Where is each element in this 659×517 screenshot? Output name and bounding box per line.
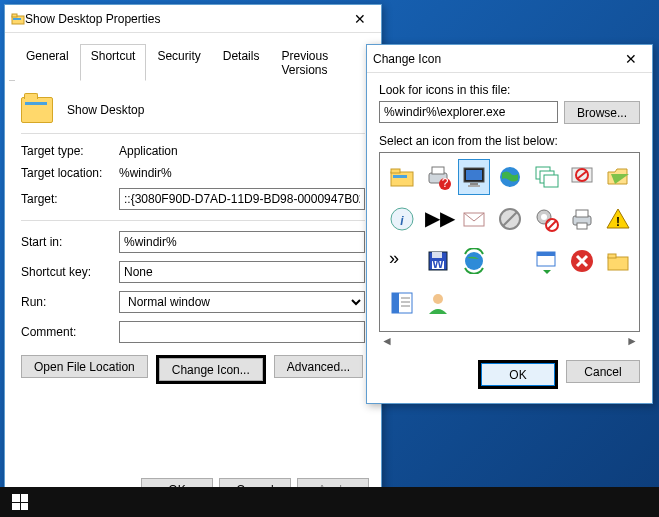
svg-rect-45 <box>392 293 399 313</box>
comment-label: Comment: <box>21 325 119 339</box>
change-icon-title: Change Icon <box>373 52 616 66</box>
svg-rect-3 <box>391 172 413 186</box>
window-app-icon <box>11 12 25 26</box>
folder-icon[interactable] <box>386 159 418 195</box>
shortcut-large-icon <box>21 97 53 123</box>
look-for-label: Look for icons in this file: <box>379 83 640 97</box>
error-icon[interactable] <box>566 243 598 279</box>
properties-body: Show Desktop Target type: Application Ta… <box>5 85 381 396</box>
browse-button[interactable]: Browse... <box>564 101 640 124</box>
svg-rect-7 <box>432 167 444 174</box>
fast-forward-icon[interactable]: ▶▶ <box>422 201 454 237</box>
target-input[interactable] <box>119 188 365 210</box>
change-icon-titlebar[interactable]: Change Icon ✕ <box>367 45 652 73</box>
tab-shortcut[interactable]: Shortcut <box>80 44 147 81</box>
divider <box>21 220 365 221</box>
svg-rect-5 <box>393 175 407 178</box>
svg-rect-13 <box>468 185 480 187</box>
svg-rect-40 <box>537 252 555 256</box>
run-select[interactable]: Normal window <box>119 291 365 313</box>
tab-security[interactable]: Security <box>146 44 211 81</box>
list-panel-icon[interactable] <box>386 285 418 321</box>
window-arrow-icon[interactable] <box>530 243 562 279</box>
svg-rect-4 <box>391 169 400 173</box>
close-icon[interactable]: ✕ <box>616 47 646 71</box>
advanced-button[interactable]: Advanced... <box>274 355 363 378</box>
svg-text:!: ! <box>616 215 620 229</box>
svg-rect-12 <box>470 183 478 185</box>
change-icon-highlight: Change Icon... <box>156 355 266 384</box>
svg-text:?: ? <box>442 176 449 190</box>
folder-open-icon[interactable] <box>602 159 634 195</box>
run-label: Run: <box>21 295 119 309</box>
svg-text:W: W <box>432 257 444 271</box>
divider <box>21 133 365 134</box>
start-in-input[interactable] <box>119 231 365 253</box>
svg-rect-31 <box>576 210 588 217</box>
svg-rect-1 <box>12 14 17 17</box>
shortcut-key-input[interactable] <box>119 261 365 283</box>
start-in-label: Start in: <box>21 235 119 249</box>
gear-blocked-icon[interactable] <box>530 201 562 237</box>
svg-rect-17 <box>544 175 558 187</box>
horizontal-scrollbar[interactable]: ◄► <box>379 334 640 346</box>
ok-highlight: OK <box>478 360 558 389</box>
svg-rect-43 <box>608 254 616 258</box>
svg-rect-11 <box>466 170 482 180</box>
target-location-label: Target location: <box>21 166 119 180</box>
printer-icon[interactable] <box>566 201 598 237</box>
svg-rect-32 <box>577 223 587 229</box>
icon-list[interactable]: ? i ▶▶ ! » W <box>379 152 640 332</box>
empty-slot <box>494 243 526 279</box>
globe-icon[interactable] <box>494 159 526 195</box>
change-icon-cancel-button[interactable]: Cancel <box>566 360 640 383</box>
folder-plain-icon[interactable] <box>602 243 634 279</box>
change-icon-dialog: Change Icon ✕ Look for icons in this fil… <box>366 44 653 404</box>
windows-logo-icon <box>12 494 28 510</box>
properties-title: Show Desktop Properties <box>25 12 345 26</box>
warning-icon[interactable]: ! <box>602 201 634 237</box>
target-location-value: %windir% <box>119 166 172 180</box>
change-icon-button[interactable]: Change Icon... <box>159 358 263 381</box>
svg-point-27 <box>541 214 547 220</box>
empty-slot <box>458 285 490 321</box>
chevron-right-icon[interactable]: » <box>386 243 418 279</box>
properties-titlebar[interactable]: Show Desktop Properties ✕ <box>5 5 381 33</box>
comment-input[interactable] <box>119 321 365 343</box>
taskbar[interactable] <box>0 487 659 517</box>
monitor-blocked-icon[interactable] <box>566 159 598 195</box>
cascade-windows-icon[interactable] <box>530 159 562 195</box>
open-file-location-button[interactable]: Open File Location <box>21 355 148 378</box>
properties-dialog: Show Desktop Properties ✕ General Shortc… <box>4 4 382 512</box>
globe-sync-icon[interactable] <box>458 243 490 279</box>
tab-details[interactable]: Details <box>212 44 271 81</box>
user-icon[interactable] <box>422 285 454 321</box>
envelope-icon[interactable] <box>458 201 490 237</box>
tab-previous-versions[interactable]: Previous Versions <box>270 44 371 81</box>
floppy-letter-icon[interactable]: W <box>422 243 454 279</box>
change-icon-ok-button[interactable]: OK <box>481 363 555 386</box>
target-type-label: Target type: <box>21 144 119 158</box>
info-icon[interactable]: i <box>386 201 418 237</box>
tab-general[interactable]: General <box>15 44 80 81</box>
svg-point-38 <box>465 252 483 270</box>
monitor-icon[interactable] <box>458 159 490 195</box>
icon-path-input[interactable] <box>379 101 558 123</box>
svg-rect-2 <box>13 18 21 20</box>
select-icon-label: Select an icon from the list below: <box>379 134 640 148</box>
shortcut-key-label: Shortcut key: <box>21 265 119 279</box>
start-button[interactable] <box>0 487 40 517</box>
blocked-icon[interactable] <box>494 201 526 237</box>
target-type-value: Application <box>119 144 178 158</box>
svg-point-49 <box>433 294 443 304</box>
tab-strip: General Shortcut Security Details Previo… <box>9 37 377 81</box>
shortcut-name: Show Desktop <box>67 103 144 117</box>
printer-question-icon[interactable]: ? <box>422 159 454 195</box>
target-label: Target: <box>21 192 119 206</box>
close-icon[interactable]: ✕ <box>345 7 375 31</box>
svg-rect-42 <box>608 257 628 270</box>
